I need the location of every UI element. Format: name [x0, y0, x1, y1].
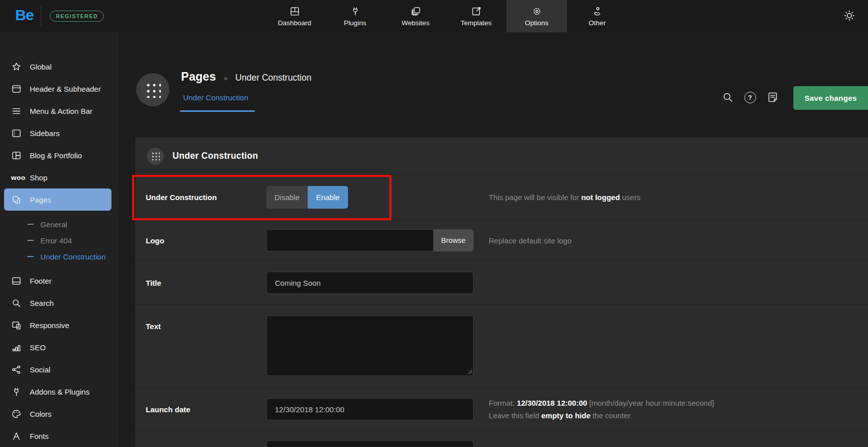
support-icon: [592, 6, 603, 17]
sidebar-item-colors[interactable]: Colors: [0, 403, 119, 425]
sidebar-item-search[interactable]: Search: [0, 292, 119, 314]
topnav-templates[interactable]: Templates: [446, 0, 506, 32]
tab-under-construction[interactable]: Under Construction: [183, 93, 248, 102]
breadcrumb-current: Under Construction: [236, 73, 312, 83]
notes-button[interactable]: [766, 90, 780, 104]
sidebar-subitem-general[interactable]: General: [0, 216, 119, 232]
panel-title: Under Construction: [172, 151, 258, 161]
topnav-options[interactable]: Options: [506, 0, 567, 32]
sidebar-item-footer[interactable]: Footer: [0, 270, 119, 292]
topnav-label: Other: [589, 19, 606, 27]
bar-chart-icon: [11, 342, 22, 353]
sidebar-item-label: Blog & Portfolio: [30, 151, 82, 160]
enable-toggle: Disable Enable: [266, 186, 348, 209]
sidebar-item-label: Shop: [30, 173, 47, 182]
option-row-logo: Logo Browse Replace default site logo: [135, 220, 868, 261]
pages-submenu: General Error 404 Under Construction: [0, 216, 119, 265]
note-icon: [767, 91, 779, 103]
sidebar-item-seo[interactable]: SEO: [0, 336, 119, 358]
hint-text: Leave this field: [489, 411, 541, 420]
registered-badge: REGISTERED: [50, 11, 104, 22]
sidebar-item-menu-action-bar[interactable]: Menu & Action Bar: [0, 100, 119, 122]
hint-text: Format:: [489, 399, 517, 407]
title-input[interactable]: [266, 272, 474, 294]
menu-lines-icon: [11, 106, 22, 116]
topnav-label: Templates: [460, 19, 492, 27]
hint-bold: not logged: [581, 193, 620, 202]
hint-bold: 12/30/2018 12:00:00: [517, 399, 587, 407]
sidebar-item-label: SEO: [30, 343, 46, 352]
partial-input[interactable]: [266, 440, 474, 447]
option-label: Launch date: [146, 405, 266, 414]
text-textarea[interactable]: [266, 315, 474, 376]
sidebar-item-label: Colors: [30, 410, 51, 418]
hint-text: [month/day/year hour:minute:second]: [587, 399, 714, 407]
dash-icon: [27, 256, 34, 257]
sidebar-subitem-label: General: [40, 220, 67, 229]
topnav-label: Websites: [401, 19, 429, 27]
sidebar-item-label: Sidebars: [30, 129, 60, 138]
option-row-under-construction: Under Construction Disable Enable This p…: [135, 174, 868, 220]
enable-button[interactable]: Enable: [308, 186, 348, 209]
hint-line-2: Leave this field empty to hide the count…: [489, 409, 714, 422]
sidebar-item-label: Menu & Action Bar: [30, 107, 92, 115]
topnav-label: Plugins: [344, 19, 366, 27]
avatar: [136, 73, 169, 106]
search-button[interactable]: [721, 90, 735, 104]
template-edit-icon: [471, 6, 482, 17]
gear-icon: [532, 6, 542, 17]
topnav-other[interactable]: Other: [567, 0, 627, 32]
hint-bold: empty to hide: [541, 411, 591, 420]
header-icon: [11, 84, 22, 94]
plug-icon: [11, 387, 22, 397]
option-hint: Replace default site logo: [489, 234, 571, 247]
sidebar-item-fonts[interactable]: Fonts: [0, 425, 119, 447]
sidebar-item-social[interactable]: Social: [0, 358, 119, 380]
help-button[interactable]: ?: [743, 90, 757, 104]
hint-text: users: [620, 193, 641, 202]
sidebar-item-responsive[interactable]: Responsive: [0, 314, 119, 336]
sidebar-item-label: Footer: [30, 277, 51, 285]
help-icon: ?: [744, 92, 756, 103]
sidebar-item-label: Fonts: [30, 432, 49, 440]
sidebar-item-label: Pages: [30, 196, 51, 204]
sidebar-item-label: Social: [30, 365, 50, 374]
save-changes-button[interactable]: Save changes: [793, 86, 868, 110]
launch-date-input[interactable]: [266, 398, 474, 420]
theme-toggle-button[interactable]: [842, 9, 856, 23]
sidebar-item-label: Header & Subheader: [30, 85, 101, 93]
sidebar-item-blog-portfolio[interactable]: Blog & Portfolio: [0, 144, 119, 166]
sidebar-subitem-error-404[interactable]: Error 404: [0, 232, 119, 248]
dash-icon: [27, 224, 34, 225]
sidebar-item-sidebars[interactable]: Sidebars: [0, 122, 119, 144]
be-logo: Be: [15, 7, 33, 24]
sidebar-item-label: Responsive: [30, 321, 69, 330]
topbar: Be REGISTERED Dashboard Plugins Websites…: [0, 0, 868, 32]
sidebar-item-header-subheader[interactable]: Header & Subheader: [0, 78, 119, 100]
palette-icon: [11, 409, 22, 419]
sidebar-item-global[interactable]: Global: [0, 55, 119, 78]
dash-icon: [27, 240, 34, 241]
topnav-dashboard[interactable]: Dashboard: [264, 0, 325, 32]
topnav-plugins[interactable]: Plugins: [325, 0, 385, 32]
option-label: Under Construction: [146, 193, 266, 202]
letter-a-icon: [11, 431, 22, 441]
browse-button[interactable]: Browse: [433, 229, 474, 251]
panel-drag-handle[interactable]: [147, 148, 164, 165]
sidebar-item-addons-plugins[interactable]: Addons & Plugins: [0, 380, 119, 403]
option-row-partial: [135, 430, 868, 447]
option-label: Title: [146, 279, 266, 287]
sidebar-item-shop[interactable]: woo Shop: [0, 166, 119, 188]
topnav-websites[interactable]: Websites: [385, 0, 446, 32]
woo-icon: woo: [11, 174, 22, 181]
sidebar-item-label: Addons & Plugins: [30, 388, 89, 396]
disable-button[interactable]: Disable: [266, 186, 308, 209]
tab-active-underline: [180, 110, 255, 112]
sidebar-subitem-under-construction[interactable]: Under Construction: [0, 248, 119, 265]
hint-text: the counter: [591, 411, 630, 420]
sidebar-item-label: Search: [30, 299, 54, 307]
footer-icon: [11, 276, 22, 286]
option-label: Logo: [146, 236, 266, 245]
sidebar-item-label: Global: [30, 62, 51, 71]
sidebar-item-pages[interactable]: Pages: [4, 188, 111, 211]
